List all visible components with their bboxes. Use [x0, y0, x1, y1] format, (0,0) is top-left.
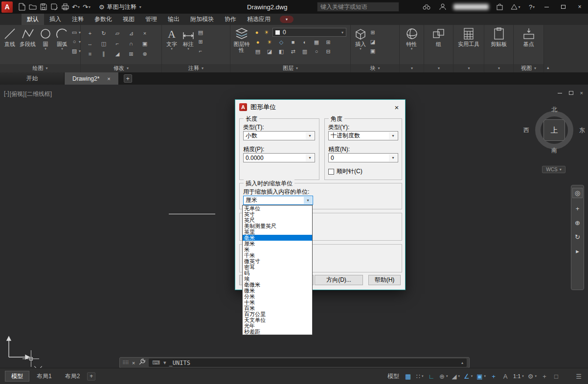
- ribbon-tab-parametric[interactable]: 参数化: [89, 14, 117, 25]
- new-drawing-tab-button[interactable]: +: [124, 74, 132, 83]
- layout-tab-model[interactable]: 模型: [5, 371, 29, 382]
- viewport-menu-control[interactable]: [-]: [4, 90, 9, 98]
- combo-arrow-icon[interactable]: ▾: [304, 197, 312, 204]
- copy-icon[interactable]: ◢: [113, 50, 121, 58]
- tool-arc-button[interactable]: 圆弧 ▾: [54, 26, 70, 50]
- tool-clipboard-button[interactable]: 剪贴板: [489, 26, 508, 47]
- erase-icon[interactable]: ×: [141, 30, 149, 37]
- wcs-selector[interactable]: WCS ▾: [542, 166, 565, 173]
- fillet-icon[interactable]: ⌐: [113, 40, 121, 47]
- unit-option[interactable]: 美制测量英尺: [243, 223, 312, 229]
- chevron-down-icon[interactable]: ▾: [360, 47, 362, 50]
- tool-polyline-button[interactable]: 多段线: [18, 26, 37, 47]
- stretch-icon[interactable]: ↔: [86, 40, 94, 47]
- recent-commands-icon[interactable]: ▾: [163, 360, 166, 366]
- command-bar-close-icon[interactable]: ×: [132, 360, 135, 366]
- tool-circle-button[interactable]: 圆 ▾: [37, 26, 54, 50]
- table-icon[interactable]: ▤: [197, 29, 204, 36]
- unit-option[interactable]: 微米: [243, 288, 312, 294]
- unit-option[interactable]: 秒差距: [243, 329, 312, 335]
- search-binoculars-icon[interactable]: [421, 1, 432, 13]
- autocad-logo-icon[interactable]: A: [1, 1, 13, 13]
- layer-freeze-icon[interactable]: ◇: [277, 39, 285, 46]
- ribbon-tab-output[interactable]: 输出: [162, 14, 185, 25]
- ribbon-collapse-button[interactable]: ▴: [547, 65, 549, 70]
- command-history-icon[interactable]: ▴: [461, 361, 463, 365]
- save-as-button[interactable]: [49, 1, 60, 13]
- chamfer-icon[interactable]: ∩: [127, 40, 135, 47]
- chevron-down-icon[interactable]: ▾: [535, 374, 537, 378]
- combo-arrow-icon[interactable]: ▾: [306, 132, 314, 139]
- dialog-title-bar[interactable]: A 图形单位: [235, 100, 405, 114]
- tool-base-button[interactable]: 基点: [520, 26, 537, 47]
- unit-option[interactable]: 光年: [243, 323, 312, 329]
- compass-north[interactable]: 北: [551, 106, 557, 114]
- layout-tab-layout1[interactable]: 布局1: [31, 371, 58, 382]
- length-type-combo[interactable]: 小数 ▾: [243, 131, 315, 140]
- unit-option[interactable]: 无单位: [243, 205, 312, 211]
- leader-icon[interactable]: ⊞: [197, 38, 204, 45]
- save-button[interactable]: [38, 1, 49, 13]
- ribbon-tab-view[interactable]: 视图: [117, 14, 140, 25]
- panel-modify-label[interactable]: 修改 ▾: [81, 64, 161, 72]
- tool-insert-button[interactable]: 插入 ▾: [352, 26, 369, 50]
- angle-type-combo[interactable]: 十进制度数 ▾: [328, 131, 398, 140]
- unit-option[interactable]: 天文单位: [243, 317, 312, 323]
- chevron-down-icon[interactable]: ▾: [522, 374, 524, 378]
- angle-precision-combo[interactable]: 0 ▾: [328, 153, 398, 162]
- mirror-icon[interactable]: ◫: [100, 40, 108, 47]
- minimize-button[interactable]: [538, 0, 555, 14]
- chevron-down-icon[interactable]: ▾: [411, 47, 413, 50]
- ribbon-overflow-button[interactable]: ▾: [280, 16, 294, 23]
- search-input[interactable]: [317, 2, 399, 12]
- tool-rectangle-button[interactable]: ▭▾: [70, 29, 81, 36]
- workspace-switching-button[interactable]: ⚙▾: [526, 371, 538, 382]
- layer-on-icon[interactable]: ●: [254, 39, 262, 46]
- unit-option[interactable]: 密耳: [243, 264, 312, 270]
- unit-option[interactable]: 埃: [243, 276, 312, 282]
- length-precision-combo[interactable]: 0.0000 ▾: [243, 153, 315, 162]
- undo-button[interactable]: ↶▾: [70, 1, 81, 13]
- layer-bulb-icon[interactable]: ●: [253, 29, 261, 36]
- workspace-selector[interactable]: ⚙ 草图与注释 ▾: [99, 3, 141, 11]
- unit-option[interactable]: 毫微米: [243, 282, 312, 288]
- tool-properties-button[interactable]: 特性 ▾: [404, 26, 420, 50]
- doc-minimize-icon[interactable]: [558, 93, 562, 93]
- combo-arrow-icon[interactable]: ▾: [306, 154, 314, 161]
- break-icon[interactable]: ⊗: [141, 50, 149, 58]
- unit-option[interactable]: 十米: [243, 299, 312, 305]
- tool-dimension-button[interactable]: 标注 ▾: [180, 26, 197, 50]
- ribbon-tab-annotate[interactable]: 注释: [67, 14, 89, 25]
- sign-in-user-icon[interactable]: [437, 1, 448, 13]
- ribbon-tab-home[interactable]: 默认: [22, 14, 44, 25]
- unit-option[interactable]: 微英寸: [243, 258, 312, 264]
- direction-button[interactable]: 方向(D)...: [315, 275, 363, 285]
- plot-button[interactable]: [60, 1, 70, 13]
- compass-south[interactable]: 南: [551, 146, 557, 155]
- ribbon-tab-manage[interactable]: 管理: [140, 14, 162, 25]
- layer-walk-icon[interactable]: ⊞: [324, 39, 332, 46]
- chevron-down-icon[interactable]: ▾: [471, 374, 473, 378]
- model-space-label[interactable]: 模型: [387, 372, 399, 381]
- view-cube[interactable]: 北 南 西 东 上: [531, 107, 578, 154]
- chevron-down-icon[interactable]: ▾: [139, 5, 141, 9]
- layer-select-combo[interactable]: 0 ▾: [272, 28, 346, 37]
- trim-icon[interactable]: ⊿: [127, 30, 135, 37]
- chevron-down-icon[interactable]: ▾: [458, 374, 460, 378]
- insertion-units-combo[interactable]: 厘米 ▾: [243, 196, 313, 205]
- stay-connected-icon[interactable]: ▾: [510, 1, 521, 13]
- chevron-down-icon[interactable]: ▾: [89, 5, 90, 9]
- layer-off-icon[interactable]: ○: [313, 48, 320, 55]
- unit-option-selected[interactable]: 毫米: [243, 235, 312, 241]
- layout-tab-layout2[interactable]: 布局2: [59, 371, 86, 382]
- open-file-button[interactable]: [27, 1, 38, 13]
- layer-states-icon[interactable]: ▤: [254, 48, 262, 55]
- new-file-button[interactable]: [17, 1, 27, 13]
- navigation-wheel-icon[interactable]: ◎: [572, 188, 583, 198]
- panel-draw-label[interactable]: 绘图 ▾: [0, 64, 80, 72]
- snap-toggle[interactable]: ∷▾: [414, 371, 425, 382]
- ribbon-tab-collaborate[interactable]: 协作: [219, 14, 242, 25]
- compass-east[interactable]: 东: [579, 126, 585, 135]
- unit-option[interactable]: 英寸: [243, 211, 312, 217]
- join-icon[interactable]: ⊞: [127, 50, 135, 58]
